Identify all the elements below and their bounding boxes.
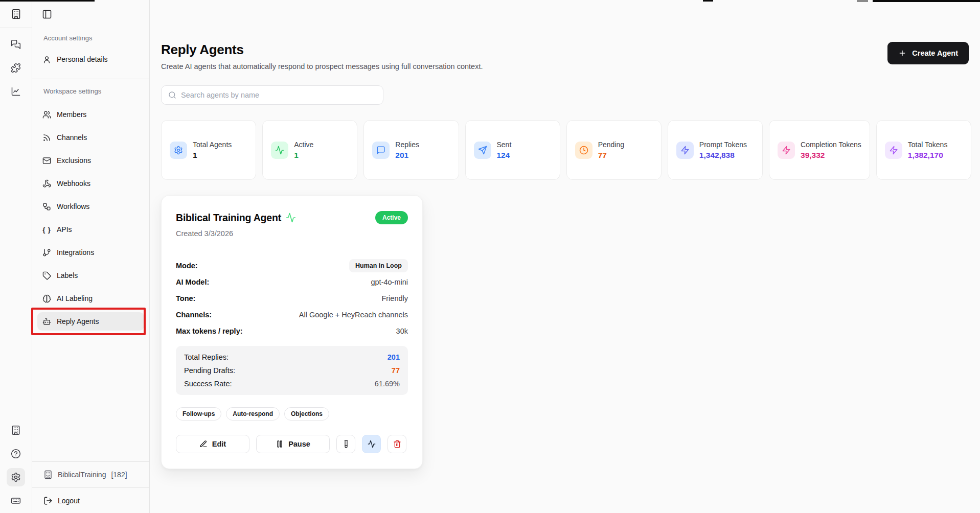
users-icon <box>42 110 51 119</box>
settings-icon[interactable] <box>7 468 25 486</box>
agent-metrics-box: Total Replies: 201 Pending Drafts: 77 Su… <box>176 346 408 395</box>
sidebar-item-apis[interactable]: { } APIs <box>37 220 144 239</box>
field-row-ai-model: AI Model: gpt-4o-mini <box>176 277 408 286</box>
page-title: Reply Agents <box>161 42 971 58</box>
activity-log-button[interactable] <box>362 435 381 453</box>
stat-card-prompt-tokens: Prompt Tokens1,342,838 <box>668 120 763 180</box>
workflow-icon <box>42 202 51 211</box>
tag-follow-ups: Follow-ups <box>176 407 221 421</box>
pause-button[interactable]: Pause <box>256 435 330 453</box>
stat-card-replies: Replies201 <box>363 120 459 180</box>
account-settings-heading: Account settings <box>43 34 144 42</box>
mail-icon <box>42 156 51 165</box>
sidebar-item-channels[interactable]: Channels <box>37 128 144 147</box>
search-icon <box>168 91 176 99</box>
bot-icon <box>42 317 51 326</box>
activity-icon <box>286 213 296 223</box>
rail-bottom-group <box>7 414 25 513</box>
agent-created-date: Created 3/3/2026 <box>176 229 408 239</box>
message-icon <box>372 142 390 159</box>
sidebar-item-integrations[interactable]: Integrations <box>37 243 144 262</box>
pencil-icon <box>199 440 208 448</box>
workspace-settings-section: Workspace settings Members Channels Excl… <box>32 79 149 341</box>
tag-icon <box>42 271 51 280</box>
sidebar-item-ai-labeling[interactable]: AI Labeling <box>37 289 144 308</box>
zap-icon <box>885 142 902 159</box>
git-branch-icon <box>42 248 51 257</box>
sidebar-item-workflows[interactable]: Workflows <box>37 197 144 216</box>
agent-fields: Mode: Human in Loop AI Model: gpt-4o-min… <box>176 261 408 335</box>
stat-card-active: Active1 <box>262 120 357 180</box>
create-agent-button[interactable]: Create Agent <box>887 42 969 64</box>
sidebar-item-webhooks[interactable]: Webhooks <box>37 174 144 193</box>
test-agent-button[interactable] <box>336 435 355 453</box>
sidebar-item-members[interactable]: Members <box>37 105 144 124</box>
sidebar-item-personal-details[interactable]: Personal details <box>37 50 144 68</box>
field-row-max-tokens: Max tokens / reply: 30k <box>176 327 408 335</box>
status-badge: Active <box>375 211 408 224</box>
conversations-icon[interactable] <box>7 35 25 54</box>
screenshot-artifact <box>703 0 713 2</box>
sidebar-item-exclusions[interactable]: Exclusions <box>37 151 144 170</box>
sidebar-toggle[interactable] <box>32 0 149 28</box>
rail-top-group <box>7 28 25 101</box>
analytics-icon[interactable] <box>7 82 25 101</box>
page-subtitle: Create AI agents that automatically resp… <box>161 62 971 71</box>
logout-icon <box>43 496 53 505</box>
icon-rail <box>0 0 32 513</box>
user-icon <box>42 55 51 64</box>
app-logo[interactable] <box>0 0 32 28</box>
spacer <box>32 341 149 461</box>
workspace-name: BiblicalTraining <box>58 471 106 479</box>
stat-card-sent: Sent124 <box>465 120 560 180</box>
settings-sidebar: Account settings Personal details Worksp… <box>32 0 150 513</box>
field-row-tone: Tone: Friendly <box>176 294 408 302</box>
stats-row: Total Agents1 Active1 Replies201 Sent124… <box>161 120 971 180</box>
trash-icon <box>393 440 401 448</box>
workspace-settings-heading: Workspace settings <box>43 87 144 95</box>
field-row-channels: Channels: All Google + HeyReach channels <box>176 310 408 319</box>
integrations-puzzle-icon[interactable] <box>7 59 25 77</box>
agent-card-header: Biblical Training Agent Active <box>176 211 408 224</box>
braces-icon: { } <box>42 226 51 234</box>
activity-icon <box>271 142 288 159</box>
sidebar-item-labels[interactable]: Labels <box>37 266 144 285</box>
app-window: Account settings Personal details Worksp… <box>0 0 980 513</box>
agent-card: Biblical Training Agent Active Created 3… <box>161 195 423 469</box>
send-icon <box>474 142 491 159</box>
plus-icon <box>898 49 906 57</box>
sidebar-item-label: Personal details <box>57 55 108 63</box>
stat-card-total-tokens: Total Tokens1,382,170 <box>876 120 971 180</box>
gear-icon <box>170 142 187 159</box>
keyboard-icon[interactable] <box>7 492 25 510</box>
building-icon <box>43 470 53 479</box>
rss-icon <box>42 133 51 142</box>
help-icon[interactable] <box>7 445 25 463</box>
screenshot-artifact <box>0 0 95 2</box>
brain-icon <box>42 294 51 303</box>
zap-icon <box>778 142 795 159</box>
field-row-mode: Mode: Human in Loop <box>176 261 408 270</box>
stat-card-total-agents: Total Agents1 <box>161 120 256 180</box>
agent-actions: Edit Pause <box>176 435 408 453</box>
edit-button[interactable]: Edit <box>176 435 249 453</box>
metric-pending-drafts: Pending Drafts: 77 <box>184 366 400 375</box>
metric-success-rate: Success Rate: 61.69% <box>184 379 400 388</box>
test-tube-icon <box>342 440 350 448</box>
sidebar-item-reply-agents[interactable]: Reply Agents <box>37 312 144 331</box>
agent-name: Biblical Training Agent <box>176 212 281 224</box>
mode-pill: Human in Loop <box>349 259 408 272</box>
organization-icon[interactable] <box>7 421 25 439</box>
tag-auto-respond: Auto-respond <box>226 407 280 421</box>
logout-button[interactable]: Logout <box>32 488 149 513</box>
screenshot-artifact <box>873 0 980 2</box>
screenshot-artifact <box>857 0 868 2</box>
webhook-icon <box>42 179 51 188</box>
workspace-switcher[interactable]: BiblicalTraining [182] <box>32 462 149 487</box>
stat-card-completion-tokens: Completion Tokens39,332 <box>769 120 870 180</box>
account-settings-section: Account settings Personal details <box>32 28 149 79</box>
pause-icon <box>276 440 284 448</box>
delete-agent-button[interactable] <box>388 435 406 453</box>
search-input[interactable] <box>181 91 376 99</box>
metric-total-replies: Total Replies: 201 <box>184 353 400 362</box>
